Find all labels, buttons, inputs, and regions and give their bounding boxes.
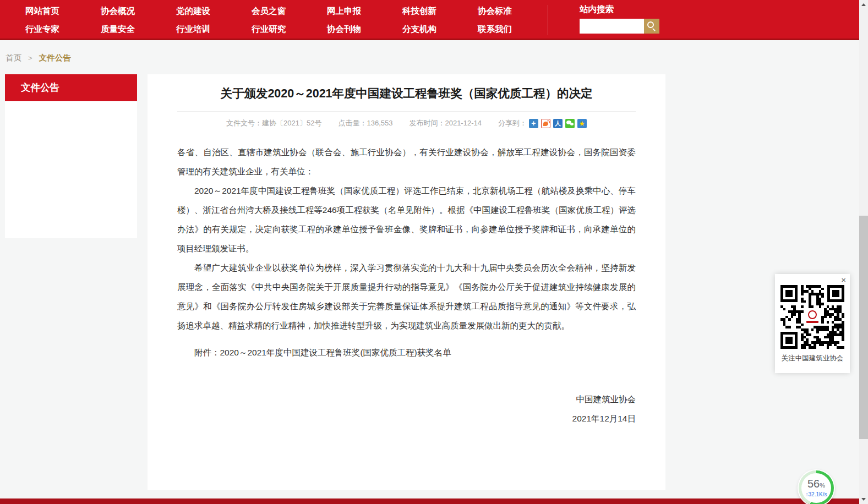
search-icon — [647, 21, 654, 28]
nav-item-about[interactable]: 协会概况 — [101, 2, 135, 20]
download-speed: ↑32.1K/s — [806, 491, 827, 498]
nav-item-branches[interactable]: 分支机构 — [402, 20, 436, 38]
article-body: 各省、自治区、直辖市建筑业协会（联合会、施工行业协会），有关行业建设协会，解放军… — [177, 143, 636, 335]
share-renren-icon[interactable]: 人 — [553, 119, 563, 128]
qr-finder-pattern — [780, 285, 798, 302]
signature-block: 中国建筑业协会 2021年12月14日 — [177, 390, 636, 428]
download-percent: 56% — [807, 478, 825, 491]
menu-column: 会员之窗 行业研究 — [252, 2, 286, 38]
menu-column: 网站首页 行业专家 — [25, 2, 59, 38]
menu-column: 协会标准 联系我们 — [478, 2, 512, 38]
share-more-icon[interactable]: + — [529, 119, 538, 128]
breadcrumb-separator: > — [28, 54, 32, 62]
hit-count: 点击量：136,553 — [338, 118, 392, 128]
publish-time: 发布时间：2021-12-14 — [409, 118, 482, 128]
breadcrumb: 首页 > 文件公告 — [6, 53, 71, 63]
scrollbar — [859, 0, 868, 504]
qr-code — [780, 285, 844, 349]
page-title: 关于颁发2020～2021年度中国建设工程鲁班奖（国家优质工程）的决定 — [177, 86, 636, 101]
nav-item-members[interactable]: 会员之窗 — [252, 2, 286, 20]
nav-item-tech-innovation[interactable]: 科技创新 — [402, 2, 436, 20]
signature-date: 2021年12月14日 — [177, 409, 636, 428]
article-paragraph: 各省、自治区、直辖市建筑业协会（联合会、施工行业协会），有关行业建设协会，解放军… — [177, 143, 636, 181]
search-input[interactable] — [580, 19, 644, 34]
association-logo — [804, 309, 821, 325]
share-bar: 分享到： + 人 ★ — [498, 118, 587, 128]
sidebar: 文件公告 — [5, 74, 137, 238]
menu-column: 网上申报 协会刊物 — [327, 2, 361, 38]
search-button[interactable] — [644, 19, 659, 34]
download-progress-widget[interactable]: 56% ↑32.1K/s — [799, 470, 834, 504]
share-label: 分享到： — [498, 118, 527, 128]
title-divider — [177, 111, 636, 112]
footer-top-bar — [0, 498, 859, 504]
scrollbar-down-arrow-icon[interactable] — [861, 498, 866, 501]
nav-divider — [548, 5, 548, 35]
nav-item-experts[interactable]: 行业专家 — [25, 20, 59, 38]
close-icon[interactable]: × — [841, 275, 846, 285]
signature-org: 中国建筑业协会 — [177, 390, 636, 409]
doc-number: 文件文号：建协〔2021〕52号 — [226, 118, 321, 128]
breadcrumb-home-link[interactable]: 首页 — [6, 53, 21, 62]
scrollbar-up-arrow-icon[interactable] — [861, 3, 866, 6]
nav-item-home[interactable]: 网站首页 — [25, 2, 59, 20]
menu-column: 协会概况 质量安全 — [101, 2, 135, 38]
qr-popup: × 关注中国建筑业协会 — [775, 274, 850, 373]
nav-item-party-building[interactable]: 党的建设 — [176, 2, 210, 20]
share-qzone-icon[interactable]: ★ — [577, 119, 587, 128]
nav-item-research[interactable]: 行业研究 — [252, 20, 286, 38]
qr-finder-pattern — [780, 332, 798, 349]
nav-item-online-declare[interactable]: 网上申报 — [327, 2, 361, 20]
share-weibo-icon[interactable] — [541, 119, 550, 128]
qr-caption: 关注中国建筑业协会 — [775, 354, 850, 363]
share-wechat-icon[interactable] — [565, 119, 575, 128]
menu-column: 党的建设 行业培训 — [176, 2, 210, 38]
breadcrumb-current[interactable]: 文件公告 — [39, 53, 71, 62]
download-progress-inner: 56% ↑32.1K/s — [801, 473, 831, 503]
attachment-link[interactable]: 附件：2020～2021年度中国建设工程鲁班奖(国家优质工程)获奖名单 — [177, 343, 636, 362]
sidebar-item-announcements[interactable]: 文件公告 — [5, 74, 137, 101]
nav-item-publications[interactable]: 协会刊物 — [327, 20, 361, 38]
article-paragraph: 希望广大建筑业企业以获奖单位为榜样，深入学习贯彻落实党的十九大和十九届中央委员会… — [177, 258, 636, 335]
nav-item-standards[interactable]: 协会标准 — [478, 2, 512, 20]
menu-column: 科技创新 分支机构 — [402, 2, 436, 38]
site-search-label: 站内搜索 — [580, 2, 659, 17]
search-row — [580, 19, 659, 34]
nav-item-training[interactable]: 行业培训 — [176, 20, 210, 38]
main-menu: 网站首页 行业专家 协会概况 质量安全 党的建设 行业培训 会员之窗 行业研究 … — [25, 2, 512, 38]
article-paragraph: 2020～2021年度中国建设工程鲁班奖（国家优质工程）评选工作已结束，北京新机… — [177, 181, 636, 258]
sidebar-body — [5, 101, 137, 238]
article-meta: 文件文号：建协〔2021〕52号 点击量：136,553 发布时间：2021-1… — [177, 118, 636, 128]
scrollbar-thumb[interactable] — [859, 216, 868, 439]
article-panel: 关于颁发2020～2021年度中国建设工程鲁班奖（国家优质工程）的决定 文件文号… — [148, 74, 665, 490]
nav-item-quality-safety[interactable]: 质量安全 — [101, 20, 135, 38]
nav-item-contact[interactable]: 联系我们 — [478, 20, 512, 38]
qr-finder-pattern — [827, 285, 844, 302]
site-search: 站内搜索 — [580, 2, 659, 34]
top-navigation-bar: 网站首页 行业专家 协会概况 质量安全 党的建设 行业培训 会员之窗 行业研究 … — [0, 0, 859, 40]
